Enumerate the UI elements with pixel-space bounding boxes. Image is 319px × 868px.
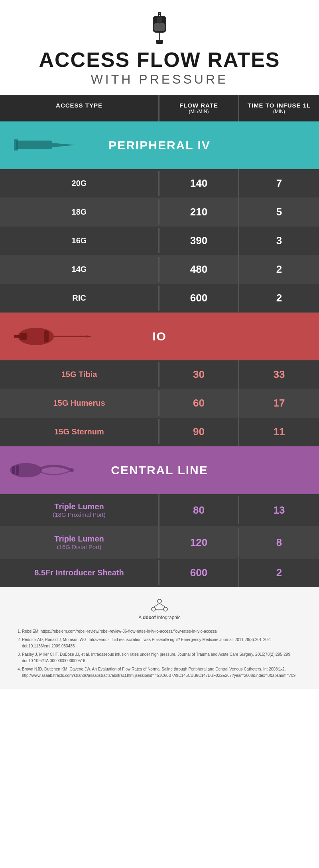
cell-time: 33 — [239, 360, 319, 389]
table-row: Triple Lumen(16G Distal Port) 120 8 — [0, 526, 319, 559]
cell-access: 15G Humerus — [0, 391, 160, 416]
table-row: 14G 480 2 — [0, 255, 319, 284]
cell-time: 2 — [239, 284, 319, 312]
svg-rect-10 — [14, 139, 18, 151]
svg-rect-13 — [14, 335, 20, 338]
io-drill-icon — [12, 321, 92, 352]
peripheral-label: PERIPHERAL IV — [108, 139, 211, 152]
cell-access: 20G — [0, 171, 160, 196]
cell-access: 15G Tibia — [0, 362, 160, 387]
reference-1: RebelEM: https://rebelem.com/rebel-revie… — [22, 628, 303, 635]
reference-2: Reddick AD, Ronald J, Morrison WG. Intra… — [22, 637, 303, 649]
table-row: 18G 210 5 — [0, 198, 319, 227]
table-row: RIC 600 2 — [0, 284, 319, 313]
table-row: 15G Tibia 30 33 — [0, 360, 319, 389]
cell-time: 3 — [239, 227, 319, 255]
cell-time: 13 — [239, 496, 319, 524]
cell-access: Triple Lumen(16G Distal Port) — [0, 526, 160, 558]
cell-flow: 80 — [160, 496, 239, 524]
svg-rect-19 — [12, 466, 15, 474]
central-line-icon — [4, 454, 84, 486]
page-subtitle: WITH PRESSURE — [8, 72, 311, 87]
cell-time: 2 — [239, 559, 319, 587]
references-section: RebelEM: https://rebelem.com/rebel-revie… — [16, 628, 303, 679]
cell-flow: 120 — [160, 528, 239, 557]
central-section-header: CENTRAL LINE — [0, 446, 319, 494]
cell-flow: 600 — [160, 284, 239, 312]
svg-rect-20 — [16, 465, 19, 475]
iv-bag-icon — [146, 12, 173, 48]
reference-3: Pasley J, Miller CHT, DuBose JJ, et al. … — [22, 651, 303, 664]
col-access-header: ACCESS TYPE — [0, 95, 160, 121]
table-row: 15G Humerus 60 17 — [0, 389, 319, 418]
io-rows: 15G Tibia 30 33 15G Humerus 60 17 15G St… — [0, 360, 319, 446]
peripheral-needle-icon — [12, 125, 84, 165]
io-label: IO — [152, 330, 167, 343]
svg-rect-14 — [44, 330, 49, 342]
reference-4: Brown NJD, Duttchen KM, Caveno JW. An Ev… — [22, 666, 303, 679]
cell-access: 8.5Fr Introducer Sheath — [0, 560, 160, 585]
svg-point-21 — [158, 599, 161, 603]
peripheral-section-header: PERIPHERAL IV — [0, 121, 319, 169]
table-header: ACCESS TYPE FLOW RATE (mL/min) TIME TO I… — [0, 95, 319, 121]
cell-access: 16G — [0, 228, 160, 253]
cell-time: 8 — [239, 528, 319, 557]
cell-flow: 480 — [160, 255, 239, 283]
table-row: 8.5Fr Introducer Sheath 600 2 — [0, 559, 319, 587]
col-flow-header: FLOW RATE (mL/min) — [160, 95, 239, 121]
table-row: 15G Sternum 90 11 — [0, 418, 319, 446]
central-rows: Triple Lumen(18G Proximal Port) 80 13 Tr… — [0, 494, 319, 587]
cell-flow: 30 — [160, 360, 239, 389]
table-row: 16G 390 3 — [0, 227, 319, 255]
cell-access: RIC — [0, 285, 160, 311]
col-time-header: TIME TO INFUSE 1L (min) — [239, 95, 319, 121]
brand-section: A ddxof infographic — [16, 597, 303, 620]
svg-rect-5 — [156, 40, 163, 44]
page-title: ACCESS FLOW RATES — [8, 49, 311, 70]
footer: A ddxof infographic RebelEM: https://reb… — [0, 587, 319, 689]
svg-marker-9 — [52, 143, 76, 147]
svg-rect-8 — [16, 141, 52, 149]
cell-time: 17 — [239, 389, 319, 417]
central-label: CENTRAL LINE — [111, 463, 208, 477]
svg-point-18 — [70, 468, 74, 472]
svg-rect-1 — [154, 23, 165, 31]
cell-access: Triple Lumen(18G Proximal Port) — [0, 494, 160, 526]
svg-rect-15 — [54, 336, 86, 337]
svg-line-25 — [160, 603, 165, 607]
brand-text: A ddxof infographic — [16, 615, 303, 620]
svg-line-24 — [154, 603, 160, 607]
io-section-header: IO — [0, 313, 319, 360]
svg-point-23 — [163, 607, 167, 611]
cell-time: 2 — [239, 255, 319, 283]
ddxof-logo-icon — [150, 597, 169, 613]
peripheral-rows: 20G 140 7 18G 210 5 16G 390 3 14G 480 2 … — [0, 169, 319, 313]
cell-time: 11 — [239, 418, 319, 446]
cell-time: 7 — [239, 169, 319, 197]
cell-access: 15G Sternum — [0, 419, 160, 444]
table-row: Triple Lumen(18G Proximal Port) 80 13 — [0, 494, 319, 526]
svg-marker-16 — [86, 335, 92, 338]
svg-point-22 — [152, 607, 156, 611]
cell-access: 18G — [0, 199, 160, 225]
cell-access: 14G — [0, 257, 160, 282]
cell-flow: 140 — [160, 169, 239, 197]
svg-rect-12 — [20, 333, 27, 340]
cell-flow: 600 — [160, 559, 239, 587]
cell-flow: 390 — [160, 227, 239, 255]
cell-time: 5 — [239, 198, 319, 226]
svg-rect-4 — [159, 33, 160, 40]
table-row: 20G 140 7 — [0, 169, 319, 198]
cell-flow: 210 — [160, 198, 239, 226]
page-header: ACCESS FLOW RATES WITH PRESSURE — [0, 0, 319, 95]
cell-flow: 90 — [160, 418, 239, 446]
cell-flow: 60 — [160, 389, 239, 417]
